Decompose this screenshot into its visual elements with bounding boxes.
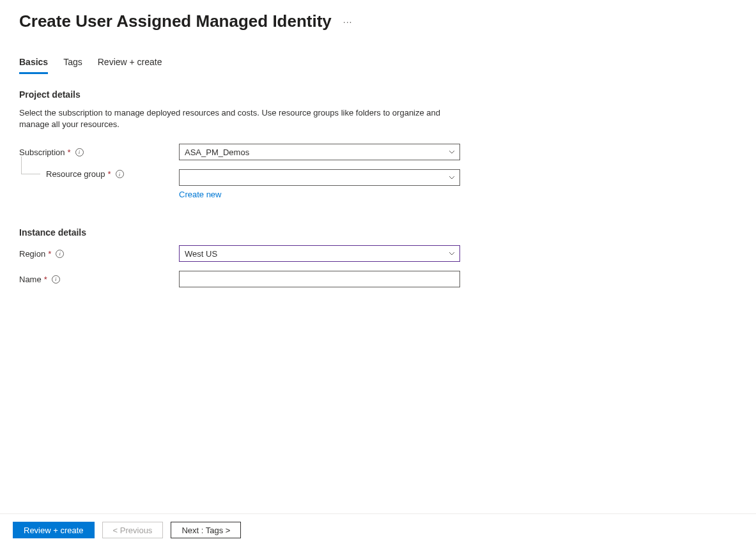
region-value: West US <box>185 249 217 259</box>
info-icon[interactable]: i <box>52 275 60 284</box>
subscription-select[interactable]: ASA_PM_Demos <box>179 144 460 160</box>
project-details-heading: Project details <box>19 89 737 100</box>
subscription-value: ASA_PM_Demos <box>185 148 249 157</box>
info-icon[interactable]: i <box>56 250 64 258</box>
region-select[interactable]: West US <box>179 245 460 262</box>
tabs: Basics Tags Review + create <box>19 57 737 74</box>
footer: Review + create < Previous Next : Tags > <box>0 513 756 546</box>
tab-review-create[interactable]: Review + create <box>98 57 162 74</box>
subscription-label: Subscription <box>19 148 65 157</box>
info-icon[interactable]: i <box>75 148 84 156</box>
resource-group-select[interactable] <box>179 169 460 186</box>
resource-group-label: Resource group <box>46 169 105 179</box>
instance-details-heading: Instance details <box>19 227 737 238</box>
review-create-button[interactable]: Review + create <box>13 522 95 538</box>
required-indicator: * <box>44 275 47 284</box>
name-input[interactable] <box>179 271 460 287</box>
required-indicator: * <box>108 169 111 179</box>
tree-connector <box>21 156 40 174</box>
required-indicator: * <box>68 148 71 157</box>
project-details-description: Select the subscription to manage deploy… <box>19 107 441 130</box>
create-new-link[interactable]: Create new <box>179 190 221 199</box>
previous-button: < Previous <box>102 522 164 538</box>
name-label: Name <box>19 275 42 284</box>
region-label: Region <box>19 249 45 259</box>
page-title: Create User Assigned Managed Identity <box>19 11 332 31</box>
tab-basics[interactable]: Basics <box>19 57 48 74</box>
required-indicator: * <box>48 249 51 259</box>
tab-tags[interactable]: Tags <box>63 57 82 74</box>
more-icon[interactable]: ··· <box>343 17 353 27</box>
next-button[interactable]: Next : Tags > <box>171 522 241 538</box>
info-icon[interactable]: i <box>116 170 124 178</box>
